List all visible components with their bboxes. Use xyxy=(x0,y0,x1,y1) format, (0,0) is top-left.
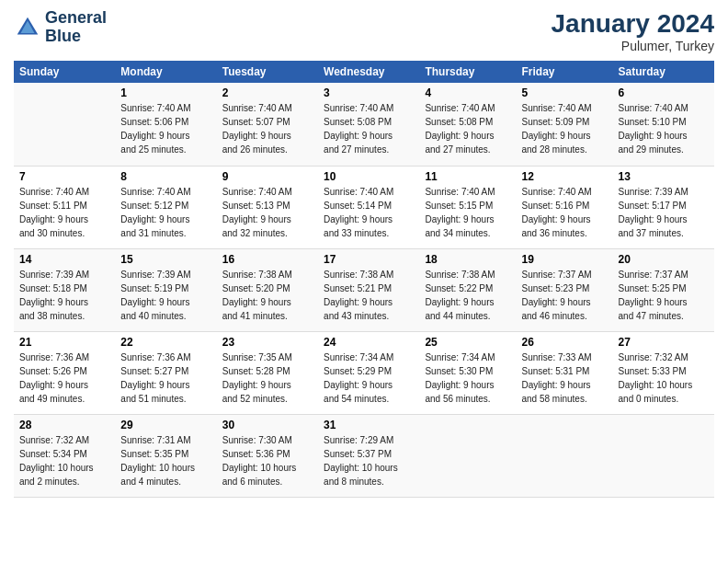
day-number: 10 xyxy=(324,170,414,183)
day-info: Sunrise: 7:40 AM Sunset: 5:16 PM Dayligh… xyxy=(522,185,608,240)
col-header-monday: Monday xyxy=(115,61,216,83)
day-info: Sunrise: 7:33 AM Sunset: 5:31 PM Dayligh… xyxy=(522,350,608,406)
day-info: Sunrise: 7:40 AM Sunset: 5:14 PM Dayligh… xyxy=(324,185,414,240)
day-number: 1 xyxy=(120,86,210,99)
day-info: Sunrise: 7:38 AM Sunset: 5:22 PM Dayligh… xyxy=(425,268,510,323)
calendar-cell: 25Sunrise: 7:34 AM Sunset: 5:30 PM Dayli… xyxy=(419,331,516,414)
day-number: 22 xyxy=(120,336,210,349)
calendar-cell: 22Sunrise: 7:36 AM Sunset: 5:27 PM Dayli… xyxy=(115,331,216,414)
day-number: 7 xyxy=(19,170,109,183)
col-header-tuesday: Tuesday xyxy=(217,61,318,83)
week-row-3: 14Sunrise: 7:39 AM Sunset: 5:18 PM Dayli… xyxy=(14,248,714,331)
calendar-cell: 6Sunrise: 7:40 AM Sunset: 5:10 PM Daylig… xyxy=(613,83,714,166)
week-row-1: 1Sunrise: 7:40 AM Sunset: 5:06 PM Daylig… xyxy=(14,83,714,166)
day-number: 2 xyxy=(222,86,313,99)
logo-text: General Blue xyxy=(45,9,107,46)
day-number: 27 xyxy=(619,336,709,349)
day-info: Sunrise: 7:40 AM Sunset: 5:07 PM Dayligh… xyxy=(222,101,313,156)
calendar-cell: 21Sunrise: 7:36 AM Sunset: 5:26 PM Dayli… xyxy=(14,331,115,414)
calendar-cell: 27Sunrise: 7:32 AM Sunset: 5:33 PM Dayli… xyxy=(613,331,714,414)
calendar-cell: 5Sunrise: 7:40 AM Sunset: 5:09 PM Daylig… xyxy=(517,83,613,166)
calendar-cell: 8Sunrise: 7:40 AM Sunset: 5:12 PM Daylig… xyxy=(115,166,216,248)
calendar-table: SundayMondayTuesdayWednesdayThursdayFrid… xyxy=(14,61,714,498)
day-info: Sunrise: 7:30 AM Sunset: 5:36 PM Dayligh… xyxy=(222,433,313,488)
calendar-cell xyxy=(14,83,115,166)
day-number: 12 xyxy=(522,170,608,183)
day-info: Sunrise: 7:40 AM Sunset: 5:11 PM Dayligh… xyxy=(19,185,109,240)
calendar-cell: 10Sunrise: 7:40 AM Sunset: 5:14 PM Dayli… xyxy=(318,166,419,248)
day-number: 20 xyxy=(619,253,709,266)
day-number: 15 xyxy=(120,253,210,266)
day-number: 16 xyxy=(222,253,313,266)
day-info: Sunrise: 7:38 AM Sunset: 5:21 PM Dayligh… xyxy=(324,268,414,323)
page-container: General Blue January 2024 Pulumer, Turke… xyxy=(0,0,728,507)
day-info: Sunrise: 7:38 AM Sunset: 5:20 PM Dayligh… xyxy=(222,268,313,323)
title-block: January 2024 Pulumer, Turkey xyxy=(552,9,714,53)
day-number: 28 xyxy=(19,419,109,431)
calendar-cell: 20Sunrise: 7:37 AM Sunset: 5:25 PM Dayli… xyxy=(613,248,714,331)
day-number: 5 xyxy=(522,86,608,99)
day-number: 3 xyxy=(324,86,414,99)
subtitle: Pulumer, Turkey xyxy=(552,39,714,53)
day-number: 23 xyxy=(222,336,313,349)
day-number: 11 xyxy=(425,170,510,183)
calendar-cell: 19Sunrise: 7:37 AM Sunset: 5:23 PM Dayli… xyxy=(517,248,613,331)
day-number: 13 xyxy=(619,170,709,183)
day-number: 14 xyxy=(19,253,109,266)
header-row: SundayMondayTuesdayWednesdayThursdayFrid… xyxy=(14,61,714,83)
calendar-cell: 30Sunrise: 7:30 AM Sunset: 5:36 PM Dayli… xyxy=(217,414,318,497)
col-header-saturday: Saturday xyxy=(613,61,714,83)
calendar-cell: 18Sunrise: 7:38 AM Sunset: 5:22 PM Dayli… xyxy=(419,248,516,331)
day-info: Sunrise: 7:32 AM Sunset: 5:33 PM Dayligh… xyxy=(619,350,709,406)
day-number: 29 xyxy=(120,419,210,431)
day-info: Sunrise: 7:39 AM Sunset: 5:19 PM Dayligh… xyxy=(120,268,210,323)
day-info: Sunrise: 7:34 AM Sunset: 5:29 PM Dayligh… xyxy=(324,350,414,406)
calendar-cell: 26Sunrise: 7:33 AM Sunset: 5:31 PM Dayli… xyxy=(517,331,613,414)
day-info: Sunrise: 7:29 AM Sunset: 5:37 PM Dayligh… xyxy=(324,433,414,488)
calendar-cell: 14Sunrise: 7:39 AM Sunset: 5:18 PM Dayli… xyxy=(14,248,115,331)
day-info: Sunrise: 7:37 AM Sunset: 5:25 PM Dayligh… xyxy=(619,268,709,323)
calendar-cell: 7Sunrise: 7:40 AM Sunset: 5:11 PM Daylig… xyxy=(14,166,115,248)
day-info: Sunrise: 7:31 AM Sunset: 5:35 PM Dayligh… xyxy=(120,433,210,488)
calendar-cell xyxy=(517,414,613,497)
calendar-cell: 2Sunrise: 7:40 AM Sunset: 5:07 PM Daylig… xyxy=(217,83,318,166)
calendar-cell: 31Sunrise: 7:29 AM Sunset: 5:37 PM Dayli… xyxy=(318,414,419,497)
day-info: Sunrise: 7:40 AM Sunset: 5:09 PM Dayligh… xyxy=(522,101,608,156)
col-header-friday: Friday xyxy=(517,61,613,83)
day-number: 24 xyxy=(324,336,414,349)
calendar-cell: 23Sunrise: 7:35 AM Sunset: 5:28 PM Dayli… xyxy=(217,331,318,414)
day-info: Sunrise: 7:39 AM Sunset: 5:17 PM Dayligh… xyxy=(619,185,709,240)
day-info: Sunrise: 7:40 AM Sunset: 5:10 PM Dayligh… xyxy=(619,101,709,156)
day-info: Sunrise: 7:40 AM Sunset: 5:12 PM Dayligh… xyxy=(120,185,210,240)
week-row-4: 21Sunrise: 7:36 AM Sunset: 5:26 PM Dayli… xyxy=(14,331,714,414)
day-number: 30 xyxy=(222,419,313,431)
day-number: 26 xyxy=(522,336,608,349)
day-info: Sunrise: 7:40 AM Sunset: 5:08 PM Dayligh… xyxy=(324,101,414,156)
day-info: Sunrise: 7:40 AM Sunset: 5:08 PM Dayligh… xyxy=(425,101,510,156)
day-info: Sunrise: 7:37 AM Sunset: 5:23 PM Dayligh… xyxy=(522,268,608,323)
calendar-cell xyxy=(613,414,714,497)
calendar-cell xyxy=(419,414,516,497)
day-number: 18 xyxy=(425,253,510,266)
day-info: Sunrise: 7:39 AM Sunset: 5:18 PM Dayligh… xyxy=(19,268,109,323)
main-title: January 2024 xyxy=(552,9,714,39)
day-number: 25 xyxy=(425,336,510,349)
calendar-cell: 11Sunrise: 7:40 AM Sunset: 5:15 PM Dayli… xyxy=(419,166,516,248)
day-info: Sunrise: 7:36 AM Sunset: 5:27 PM Dayligh… xyxy=(120,350,210,406)
calendar-cell: 12Sunrise: 7:40 AM Sunset: 5:16 PM Dayli… xyxy=(517,166,613,248)
day-number: 6 xyxy=(619,86,709,99)
calendar-cell: 29Sunrise: 7:31 AM Sunset: 5:35 PM Dayli… xyxy=(115,414,216,497)
day-number: 17 xyxy=(324,253,414,266)
day-info: Sunrise: 7:36 AM Sunset: 5:26 PM Dayligh… xyxy=(19,350,109,406)
calendar-cell: 15Sunrise: 7:39 AM Sunset: 5:19 PM Dayli… xyxy=(115,248,216,331)
day-number: 21 xyxy=(19,336,109,349)
calendar-cell: 24Sunrise: 7:34 AM Sunset: 5:29 PM Dayli… xyxy=(318,331,419,414)
day-number: 31 xyxy=(324,419,414,431)
page-header: General Blue January 2024 Pulumer, Turke… xyxy=(14,9,714,53)
week-row-2: 7Sunrise: 7:40 AM Sunset: 5:11 PM Daylig… xyxy=(14,166,714,248)
day-info: Sunrise: 7:40 AM Sunset: 5:15 PM Dayligh… xyxy=(425,185,510,240)
day-number: 8 xyxy=(120,170,210,183)
day-info: Sunrise: 7:32 AM Sunset: 5:34 PM Dayligh… xyxy=(19,433,109,488)
calendar-cell: 28Sunrise: 7:32 AM Sunset: 5:34 PM Dayli… xyxy=(14,414,115,497)
week-row-5: 28Sunrise: 7:32 AM Sunset: 5:34 PM Dayli… xyxy=(14,414,714,497)
